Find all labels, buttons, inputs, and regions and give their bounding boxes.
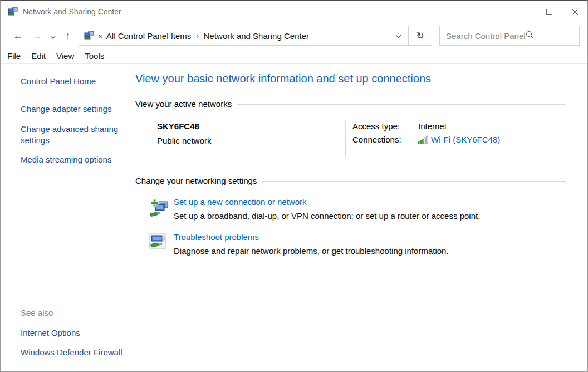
refresh-icon: ↻: [416, 30, 424, 42]
settings-section-header: Change your networking settings: [135, 176, 566, 185]
breadcrumb-overflow-icon[interactable]: «: [98, 31, 102, 40]
see-also-label: See also: [21, 307, 135, 319]
title-bar: Network and Sharing Center: [1, 1, 587, 23]
up-icon: ↑: [66, 30, 71, 42]
breadcrumb-separator-icon: ›: [195, 32, 199, 40]
address-dropdown-button[interactable]: [388, 26, 408, 45]
chevron-down-icon: [50, 30, 56, 42]
network-profile: Public network: [157, 136, 345, 145]
navigation-toolbar: ← → ↑ « All Control Pa: [1, 23, 587, 48]
recent-pages-button[interactable]: [46, 26, 60, 46]
forward-icon: →: [32, 30, 42, 42]
active-networks-title: View your active networks: [135, 99, 232, 109]
network-name: SKY6FC48: [157, 121, 345, 131]
menu-view[interactable]: View: [56, 51, 74, 61]
search-icon[interactable]: [526, 31, 533, 41]
wifi-connection-link[interactable]: Wi-Fi (SKY6FC48): [431, 135, 500, 144]
new-connection-description: Set up a broadband, dial-up, or VPN conn…: [174, 211, 480, 221]
network-details: Access type: Internet Connections:: [346, 121, 500, 157]
task-text: Set up a new connection or network Set u…: [174, 197, 480, 221]
network-sharing-center-window: Network and Sharing Center ← → ↑: [0, 0, 588, 372]
maximize-button[interactable]: [536, 1, 562, 23]
content-area: Control Panel Home Change adapter settin…: [1, 64, 587, 371]
sidebar-item-media-streaming[interactable]: Media streaming options: [21, 154, 135, 165]
access-type-value: Internet: [418, 121, 447, 131]
task-new-connection: Set up a new connection or network Set u…: [149, 197, 566, 221]
refresh-button[interactable]: ↻: [408, 26, 432, 45]
search-box[interactable]: Search Control Panel: [439, 26, 580, 46]
menu-tools[interactable]: Tools: [85, 51, 104, 61]
sidebar-item-change-adapter-settings[interactable]: Change adapter settings: [21, 104, 135, 115]
task-text: Troubleshoot problems Diagnose and repai…: [174, 232, 449, 256]
see-also-section: See also Internet Options Windows Defend…: [21, 307, 135, 358]
network-app-icon-small: [84, 31, 94, 40]
new-connection-icon: [149, 197, 174, 221]
breadcrumb: « All Control Panel Items › Network and …: [79, 31, 388, 41]
menu-edit[interactable]: Edit: [31, 51, 46, 61]
active-network-item: SKY6FC48 Public network Access type: Int…: [157, 121, 566, 157]
minimize-button[interactable]: [511, 1, 536, 23]
task-list: Set up a new connection or network Set u…: [149, 197, 566, 256]
menu-file[interactable]: File: [7, 51, 21, 61]
sidebar-item-internet-options[interactable]: Internet Options: [21, 327, 135, 339]
back-icon: ←: [13, 30, 23, 42]
sidebar-item-control-panel-home[interactable]: Control Panel Home: [21, 76, 135, 87]
sidebar-item-windows-defender-firewall[interactable]: Windows Defender Firewall: [21, 347, 135, 358]
new-connection-link[interactable]: Set up a new connection or network: [174, 197, 480, 207]
network-identity: SKY6FC48 Public network: [157, 121, 345, 157]
active-networks-section-header: View your active networks: [135, 99, 566, 109]
troubleshoot-link[interactable]: Troubleshoot problems: [174, 232, 449, 242]
breadcrumb-item-current[interactable]: Network and Sharing Center: [204, 31, 309, 41]
settings-section-title: Change your networking settings: [135, 176, 257, 185]
main-panel: View your basic network information and …: [135, 64, 587, 371]
window-title: Network and Sharing Center: [23, 7, 121, 16]
forward-button[interactable]: →: [27, 26, 46, 46]
up-button[interactable]: ↑: [60, 26, 76, 46]
close-button[interactable]: [562, 1, 587, 23]
sidebar-item-change-advanced-sharing[interactable]: Change advanced sharing settings: [21, 124, 122, 146]
chevron-down-icon: [395, 31, 401, 41]
page-title: View your basic network information and …: [135, 72, 566, 85]
address-bar[interactable]: « All Control Panel Items › Network and …: [79, 26, 432, 46]
menu-bar: File Edit View Tools: [1, 48, 587, 64]
sidebar: Control Panel Home Change adapter settin…: [1, 64, 135, 371]
wifi-signal-icon: [418, 136, 428, 144]
search-placeholder: Search Control Panel: [446, 31, 526, 41]
section-divider-line: [237, 104, 566, 105]
back-button[interactable]: ←: [8, 26, 27, 46]
network-app-icon: [8, 7, 18, 16]
connections-label: Connections:: [352, 135, 418, 144]
connections-row: Connections: Wi-Fi (SKY6FC48): [352, 135, 500, 144]
task-troubleshoot: Troubleshoot problems Diagnose and repai…: [149, 232, 566, 256]
section-divider-line: [262, 181, 566, 182]
window-controls: [511, 1, 587, 23]
breadcrumb-item-control-panel[interactable]: All Control Panel Items: [106, 31, 192, 41]
networking-settings-section: Change your networking settings: [135, 176, 566, 256]
access-type-row: Access type: Internet: [352, 121, 500, 131]
access-type-label: Access type:: [352, 121, 418, 131]
troubleshoot-icon: [149, 232, 174, 256]
troubleshoot-description: Diagnose and repair network problems, or…: [174, 246, 449, 256]
